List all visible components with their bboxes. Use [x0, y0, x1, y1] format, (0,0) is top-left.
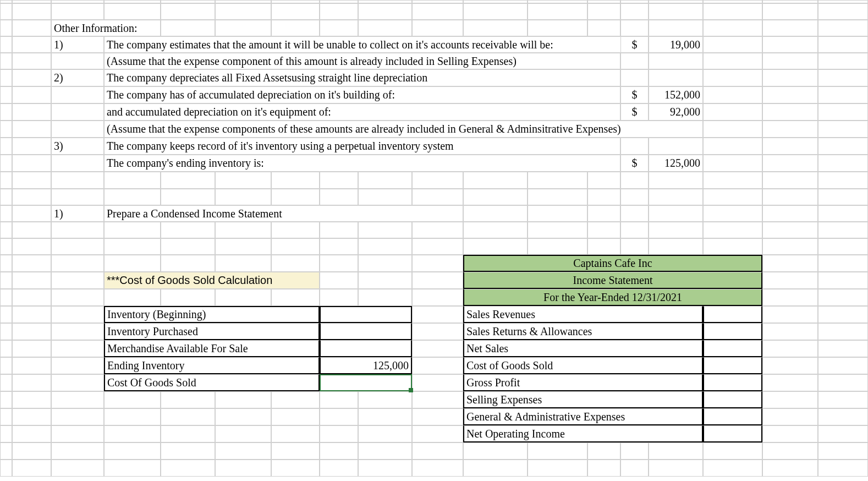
grid-cell[interactable] [412, 340, 463, 357]
grid-cell[interactable] [215, 391, 271, 408]
grid-cell[interactable] [358, 255, 412, 272]
grid-cell[interactable] [528, 442, 587, 460]
grid-cell[interactable] [51, 155, 104, 172]
grid-cell[interactable] [412, 289, 463, 306]
grid-cell[interactable] [649, 138, 703, 155]
stmt-cogs-val[interactable] [703, 357, 762, 374]
grid-cell[interactable] [215, 20, 271, 36]
grid-cell[interactable] [0, 442, 12, 460]
grid-cell[interactable] [271, 172, 320, 189]
grid-cell[interactable] [12, 121, 51, 138]
grid-cell[interactable] [818, 323, 868, 340]
grid-cell[interactable] [762, 323, 818, 340]
grid-cell[interactable] [271, 189, 320, 205]
grid-cell[interactable] [762, 20, 818, 36]
grid-cell[interactable] [528, 3, 587, 20]
grid-cell[interactable] [818, 222, 868, 238]
grid-cell[interactable] [358, 442, 412, 460]
grid-cell[interactable] [215, 289, 271, 306]
grid-cell[interactable] [0, 289, 12, 306]
grid-cell[interactable] [161, 3, 215, 20]
grid-cell[interactable] [12, 289, 51, 306]
grid-cell[interactable] [649, 172, 703, 189]
stmt-returns-val[interactable] [703, 323, 762, 340]
grid-cell[interactable] [649, 121, 703, 138]
grid-cell[interactable] [161, 460, 215, 477]
grid-cell[interactable] [762, 408, 818, 425]
grid-cell[interactable] [271, 425, 320, 442]
grid-cell[interactable] [104, 222, 161, 238]
grid-cell[interactable] [818, 306, 868, 323]
grid-cell[interactable] [0, 374, 12, 391]
cogs-val-beginning[interactable] [320, 306, 412, 323]
stmt-gross-profit-val[interactable] [703, 374, 762, 391]
value-125000[interactable]: 125,000 [649, 155, 703, 172]
grid-cell[interactable] [51, 172, 104, 189]
grid-cell[interactable] [215, 408, 271, 425]
grid-cell[interactable] [12, 306, 51, 323]
grid-cell[interactable] [12, 238, 51, 255]
grid-cell[interactable] [412, 222, 463, 238]
grid-cell[interactable] [51, 121, 104, 138]
grid-cell[interactable] [587, 172, 620, 189]
grid-cell[interactable] [703, 86, 762, 103]
grid-cell[interactable] [358, 272, 412, 289]
grid-cell[interactable] [818, 391, 868, 408]
cogs-row-ending[interactable]: Ending Inventory [104, 357, 320, 374]
grid-cell[interactable] [271, 408, 320, 425]
grid-cell[interactable] [818, 69, 868, 86]
grid-cell[interactable] [0, 172, 12, 189]
grid-cell[interactable] [320, 189, 358, 205]
grid-cell[interactable] [12, 69, 51, 86]
grid-cell[interactable] [412, 323, 463, 340]
grid-cell[interactable] [412, 272, 463, 289]
grid-cell[interactable] [0, 238, 12, 255]
grid-cell[interactable] [12, 86, 51, 103]
grid-cell[interactable] [320, 289, 358, 306]
grid-cell[interactable] [620, 189, 649, 205]
grid-cell[interactable] [649, 222, 703, 238]
grid-cell[interactable] [463, 172, 528, 189]
stmt-sales-rev-val[interactable] [703, 306, 762, 323]
grid-cell[interactable] [320, 255, 358, 272]
grid-cell[interactable] [0, 103, 12, 121]
grid-cell[interactable] [215, 172, 271, 189]
grid-cell[interactable] [271, 238, 320, 255]
grid-cell[interactable] [587, 3, 620, 20]
grid-cell[interactable] [12, 53, 51, 69]
grid-cell[interactable] [620, 442, 649, 460]
grid-cell[interactable] [412, 189, 463, 205]
grid-cell[interactable] [12, 155, 51, 172]
stmt-net-op-income[interactable]: Net Operating Income [463, 425, 703, 442]
grid-cell[interactable] [271, 460, 320, 477]
grid-cell[interactable] [51, 103, 104, 121]
grid-cell[interactable] [12, 460, 51, 477]
grid-cell[interactable] [0, 255, 12, 272]
grid-cell[interactable] [320, 425, 358, 442]
grid-cell[interactable] [215, 425, 271, 442]
grid-cell[interactable] [215, 442, 271, 460]
grid-cell[interactable] [0, 20, 12, 36]
grid-cell[interactable] [161, 391, 215, 408]
grid-cell[interactable] [528, 20, 587, 36]
grid-cell[interactable] [320, 391, 358, 408]
grid-cell[interactable] [412, 357, 463, 374]
grid-cell[interactable] [649, 238, 703, 255]
grid-cell[interactable] [12, 255, 51, 272]
fill-handle[interactable] [409, 388, 413, 392]
cogs-val-available[interactable] [320, 340, 412, 357]
grid-cell[interactable] [818, 205, 868, 222]
grid-cell[interactable] [161, 408, 215, 425]
grid-cell[interactable] [528, 238, 587, 255]
grid-cell[interactable] [412, 425, 463, 442]
grid-cell[interactable] [0, 408, 12, 425]
grid-cell[interactable] [358, 20, 412, 36]
value-92000[interactable]: 92,000 [649, 103, 703, 121]
grid-cell[interactable] [818, 121, 868, 138]
grid-cell[interactable] [0, 138, 12, 155]
value-19000[interactable]: 19,000 [649, 36, 703, 53]
grid-cell[interactable] [528, 172, 587, 189]
grid-cell[interactable] [620, 3, 649, 20]
grid-cell[interactable] [649, 442, 703, 460]
grid-cell[interactable] [818, 442, 868, 460]
